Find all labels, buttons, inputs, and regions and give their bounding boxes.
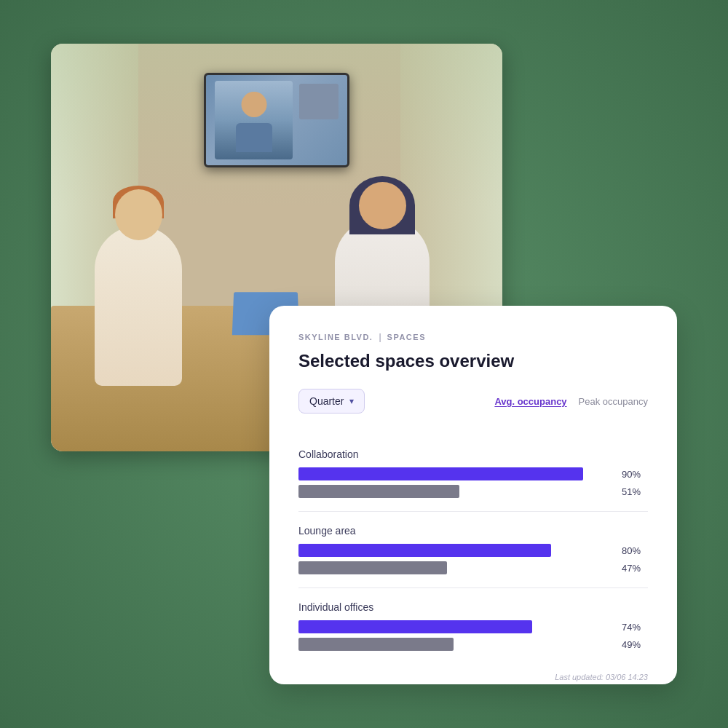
chevron-down-icon: ▾ — [349, 396, 354, 406]
avg-bar-fill-offices — [298, 620, 532, 633]
avg-bar-track-offices — [298, 620, 614, 633]
row-label-collaboration: Collaboration — [298, 448, 648, 460]
legend-avg-occupancy[interactable]: Avg. occupancy — [494, 396, 566, 407]
peak-bar-track-collaboration — [298, 485, 614, 498]
peak-bar-fill-collaboration — [298, 485, 459, 498]
tv-screen — [206, 75, 347, 165]
last-updated: Last updated: 03/06 14:23 — [298, 673, 648, 681]
breadcrumb: SKYLINE BLVD. | SPACES — [298, 332, 648, 342]
avg-bar-row-offices: 74% — [298, 620, 648, 633]
avg-bar-fill-lounge — [298, 544, 551, 557]
scene-container: SKYLINE BLVD. | SPACES Selected spaces o… — [51, 44, 677, 684]
peak-pct-collaboration: 51% — [622, 486, 648, 497]
row-label-offices: Individual offices — [298, 601, 648, 613]
bars-offices: 74% 49% — [298, 620, 648, 651]
avg-pct-collaboration: 90% — [622, 469, 648, 480]
avg-bar-row-collaboration: 90% — [298, 467, 648, 480]
video-person-body — [236, 123, 272, 152]
video-person-head — [241, 92, 266, 117]
legend-peak-occupancy[interactable]: Peak occupancy — [579, 396, 648, 407]
breadcrumb-separator: | — [379, 332, 381, 342]
video-call-person — [215, 81, 293, 159]
breadcrumb-section: SPACES — [387, 333, 426, 341]
chart-section: Collaboration 90% 51% — [298, 435, 648, 664]
peak-pct-lounge: 47% — [622, 563, 648, 574]
card-title: Selected spaces overview — [298, 351, 648, 371]
person-1 — [95, 226, 182, 386]
person2-head — [359, 182, 406, 229]
avg-pct-offices: 74% — [622, 622, 648, 633]
pip-screen — [299, 84, 338, 119]
chart-row-offices: Individual offices 74% 49% — [298, 588, 648, 664]
peak-pct-offices: 49% — [622, 639, 648, 650]
peak-bar-fill-offices — [298, 638, 454, 651]
chart-legend: Avg. occupancy Peak occupancy — [494, 396, 648, 407]
peak-bar-row-collaboration: 51% — [298, 485, 648, 498]
avg-bar-fill-collaboration — [298, 467, 583, 480]
row-label-lounge: Lounge area — [298, 525, 648, 537]
bars-collaboration: 90% 51% — [298, 467, 648, 498]
chart-row-collaboration: Collaboration 90% 51% — [298, 435, 648, 512]
data-card: SKYLINE BLVD. | SPACES Selected spaces o… — [269, 306, 677, 684]
avg-bar-row-lounge: 80% — [298, 544, 648, 557]
breadcrumb-location: SKYLINE BLVD. — [298, 333, 373, 341]
quarter-dropdown[interactable]: Quarter ▾ — [298, 389, 365, 414]
avg-bar-track-lounge — [298, 544, 614, 557]
peak-bar-row-lounge: 47% — [298, 561, 648, 574]
person1-head — [115, 189, 162, 240]
person1-body — [95, 226, 182, 386]
peak-bar-track-offices — [298, 638, 614, 651]
chart-row-lounge: Lounge area 80% 47% — [298, 512, 648, 588]
bars-lounge: 80% 47% — [298, 544, 648, 574]
peak-bar-track-lounge — [298, 561, 614, 574]
tv-monitor — [204, 73, 349, 167]
avg-pct-lounge: 80% — [622, 545, 648, 556]
controls-row: Quarter ▾ Avg. occupancy Peak occupancy — [298, 389, 648, 414]
avg-bar-track-collaboration — [298, 467, 614, 480]
quarter-label: Quarter — [309, 395, 344, 407]
peak-bar-fill-lounge — [298, 561, 447, 574]
peak-bar-row-offices: 49% — [298, 638, 648, 651]
